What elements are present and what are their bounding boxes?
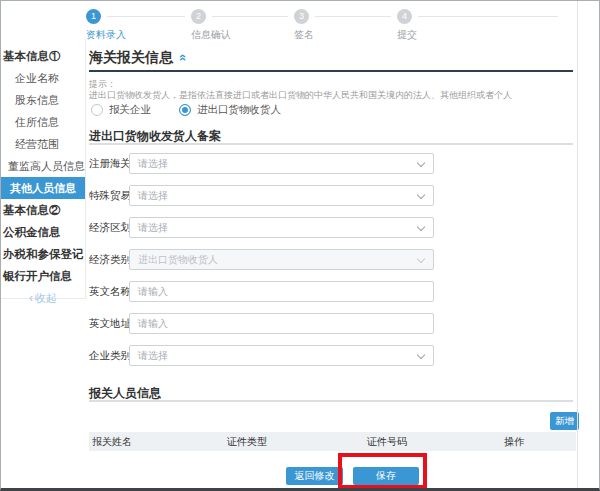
app-window: 1 2 3 4 资料录入 信息确认 签名 提交 基本信息① 企业名称 股东信息 … <box>0 0 600 491</box>
column-header-id-type: 证件类型 <box>227 432 267 451</box>
page-title-text: 海关报关信息 <box>89 49 173 65</box>
english-name-input[interactable]: 请输入 <box>129 281 434 302</box>
enterprise-category-select[interactable]: 请选择 <box>129 345 434 366</box>
form-row-registered-customs: 注册海关* 请选择 <box>89 153 576 174</box>
radio-customs-enterprise[interactable]: 报关企业 <box>91 103 151 117</box>
registered-customs-select[interactable]: 请选择 <box>129 153 434 174</box>
select-value: 进出口货物收货人 <box>138 254 218 265</box>
select-value: 请选择 <box>138 190 168 201</box>
chevron-down-icon <box>417 191 425 199</box>
form-row-english-name: 英文名称* 请输入 <box>89 281 576 302</box>
chevron-left-icon: ‹ <box>29 291 33 305</box>
radio-import-export-consignee[interactable]: 进出口货物收货人 <box>179 103 281 117</box>
radio-label: 报关企业 <box>109 103 151 117</box>
back-modify-button[interactable]: 返回修改 <box>286 467 343 485</box>
special-trade-zone-select[interactable]: 请选择 <box>129 185 434 206</box>
sidebar-item-executives[interactable]: 董监高人员信息 <box>1 155 85 177</box>
form-row-special-trade-zone: 特殊贸易区域* 请选择 <box>89 185 576 206</box>
section-divider <box>89 400 573 402</box>
column-header-declarant-name: 报关姓名 <box>92 432 132 451</box>
enterprise-type-radio-group: 报关企业 进出口货物收货人 <box>91 103 281 117</box>
main-content: 海关报关信息« 提示： 进出口货物收发货人，是指依法直接进口或者出口货物的中华人… <box>89 1 576 491</box>
select-value: 请选择 <box>138 350 168 361</box>
english-address-input[interactable]: 请输入 <box>129 313 434 334</box>
sidebar-item-basic-info-1[interactable]: 基本信息① <box>1 45 85 67</box>
add-button[interactable]: 新增 <box>550 412 579 430</box>
column-header-actions: 操作 <box>504 432 524 451</box>
sidebar-collapse-button[interactable]: ‹收起 <box>1 287 85 309</box>
page-title: 海关报关信息« <box>89 49 187 67</box>
input-placeholder: 请输入 <box>138 318 168 329</box>
economic-zone-select[interactable]: 请选择 <box>129 217 434 238</box>
form-fields: 注册海关* 请选择 特殊贸易区域* 请选择 经济区划* 请选择 <box>89 153 576 377</box>
save-button[interactable]: 保存 <box>353 467 419 485</box>
sidebar-item-housing-fund[interactable]: 公积金信息 <box>1 221 85 243</box>
form-row-economic-zone: 经济区划* 请选择 <box>89 217 576 238</box>
sidebar-item-shareholders[interactable]: 股东信息 <box>1 89 85 111</box>
sidebar-item-tax-insurance[interactable]: 办税和参保登记 <box>1 243 85 265</box>
content-right-border <box>577 1 578 491</box>
select-value: 请选择 <box>138 158 168 169</box>
collapse-up-icon[interactable]: « <box>176 54 191 61</box>
input-placeholder: 请输入 <box>138 286 168 297</box>
sidebar-item-business-scope[interactable]: 经营范围 <box>1 133 85 155</box>
form-row-economic-category: 经济类别* 进出口货物收货人 <box>89 249 576 270</box>
sidebar-item-other-personnel[interactable]: 其他人员信息 <box>1 177 85 199</box>
sidebar-item-company-name[interactable]: 企业名称 <box>1 67 85 89</box>
chevron-down-icon <box>417 159 425 167</box>
sidebar-item-bank-account[interactable]: 银行开户信息 <box>1 265 85 287</box>
column-header-id-number: 证件号码 <box>367 432 407 451</box>
chevron-down-icon <box>417 351 425 359</box>
declarant-table-header: 报关姓名 证件类型 证件号码 操作 <box>89 432 576 451</box>
sidebar: 基本信息① 企业名称 股东信息 住所信息 经营范围 董监高人员信息 其他人员信息… <box>1 39 86 299</box>
form-row-english-address: 英文地址* 请输入 <box>89 313 576 334</box>
sidebar-item-basic-info-2[interactable]: 基本信息② <box>1 199 85 221</box>
chevron-down-icon <box>417 223 425 231</box>
radio-selected-icon <box>179 104 191 116</box>
economic-category-select-disabled: 进出口货物收货人 <box>129 249 434 270</box>
section-divider <box>89 143 573 145</box>
radio-label: 进出口货物收货人 <box>197 103 281 117</box>
collapse-label: 收起 <box>35 292 57 304</box>
hint-text: 进出口货物收发货人，是指依法直接进口或者出口货物的中华人民共和国关境内的法人、其… <box>89 89 512 102</box>
title-divider <box>89 70 573 72</box>
sidebar-item-address[interactable]: 住所信息 <box>1 111 85 133</box>
form-row-enterprise-category: 企业类别* 请选择 <box>89 345 576 366</box>
chevron-down-icon <box>417 255 425 263</box>
select-value: 请选择 <box>138 222 168 233</box>
radio-unselected-icon <box>91 104 103 116</box>
